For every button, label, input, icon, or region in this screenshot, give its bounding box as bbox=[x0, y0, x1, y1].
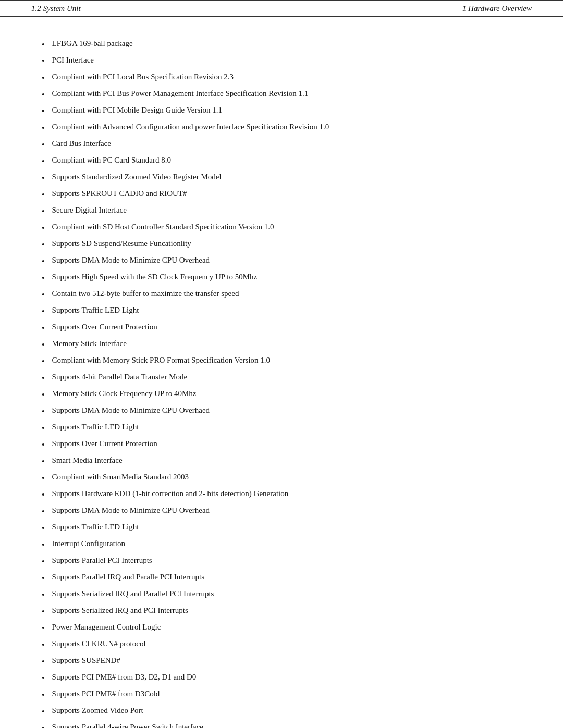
list-item: •Supports Parallel IRQ and Paralle PCI I… bbox=[42, 571, 521, 585]
bullet-icon: • bbox=[42, 372, 45, 385]
list-item: •Compliant with PCI Local Bus Specificat… bbox=[42, 71, 521, 84]
bullet-icon: • bbox=[42, 89, 45, 101]
list-item: •Memory Stick Clock Frequency UP to 40Mh… bbox=[42, 388, 521, 401]
bullet-icon: • bbox=[42, 606, 45, 618]
bullet-icon: • bbox=[42, 55, 45, 68]
bullet-icon: • bbox=[42, 105, 45, 118]
list-item-text: Compliant with SmartMedia Standard 2003 bbox=[52, 471, 521, 483]
list-item-text: Supports Traffic LED Light bbox=[52, 421, 521, 433]
list-item-text: Supports PCI PME# from D3Cold bbox=[52, 688, 521, 700]
list-item: •Card Bus Interface bbox=[42, 138, 521, 151]
list-item-text: Supports PCI PME# from D3, D2, D1 and D0 bbox=[52, 671, 521, 683]
list-item-text: Supports Traffic LED Light bbox=[52, 304, 521, 316]
list-item: •Supports CLKRUN# protocol bbox=[42, 638, 521, 651]
list-item-text: Supports SPKROUT CADIO and RIOUT# bbox=[52, 188, 521, 200]
list-item: •Supports SUSPEND# bbox=[42, 655, 521, 668]
list-item-text: LFBGA 169-ball package bbox=[52, 38, 521, 50]
bullet-icon: • bbox=[42, 689, 45, 701]
list-item-text: Compliant with PCI Local Bus Specificati… bbox=[52, 71, 521, 83]
list-item: •Supports Serialized IRQ and PCI Interru… bbox=[42, 604, 521, 618]
header-bar: 1.2 System Unit 1 Hardware Overview bbox=[0, 0, 563, 17]
bullet-icon: • bbox=[42, 572, 45, 585]
bullet-icon: • bbox=[42, 239, 45, 251]
list-item-text: Contain two 512-byte buffer to maximize … bbox=[52, 288, 521, 300]
bullet-icon: • bbox=[42, 589, 45, 601]
bullet-icon: • bbox=[42, 472, 45, 485]
list-item-text: Power Management Control Logic bbox=[52, 621, 521, 633]
list-item: •Contain two 512-byte buffer to maximize… bbox=[42, 288, 521, 301]
bullet-icon: • bbox=[42, 722, 45, 728]
list-item-text: Supports DMA Mode to Minimize CPU Overhe… bbox=[52, 254, 521, 266]
bullet-icon: • bbox=[42, 155, 45, 168]
list-item: •Compliant with Memory Stick PRO Format … bbox=[42, 354, 521, 368]
list-item-text: Supports Serialized IRQ and PCI Interrup… bbox=[52, 604, 521, 616]
list-item-text: Smart Media Interface bbox=[52, 454, 521, 466]
list-item-text: Supports Zoomed Video Port bbox=[52, 705, 521, 717]
list-item: •Supports Over Current Protection bbox=[42, 321, 521, 335]
bullet-icon: • bbox=[42, 189, 45, 201]
list-item: •Supports Zoomed Video Port bbox=[42, 705, 521, 718]
bullet-icon: • bbox=[42, 339, 45, 351]
list-item-text: Memory Stick Clock Frequency UP to 40Mhz bbox=[52, 388, 521, 400]
content-area: •LFBGA 169-ball package•PCI Interface•Co… bbox=[0, 32, 563, 728]
header-left: 1.2 System Unit bbox=[31, 4, 81, 13]
list-item: •Supports High Speed with the SD Clock F… bbox=[42, 271, 521, 285]
list-item: •Supports Standardized Zoomed Video Regi… bbox=[42, 171, 521, 184]
list-item-text: Supports DMA Mode to Minimize CPU Overhe… bbox=[52, 504, 521, 516]
bullet-icon: • bbox=[42, 355, 45, 368]
list-item-text: Supports Standardized Zoomed Video Regis… bbox=[52, 171, 521, 183]
list-item: •Compliant with SmartMedia Standard 2003 bbox=[42, 471, 521, 485]
bullet-icon: • bbox=[42, 405, 45, 418]
list-item: •Supports PCI PME# from D3Cold bbox=[42, 688, 521, 701]
bullet-icon: • bbox=[42, 139, 45, 151]
list-item: •Supports DMA Mode to Minimize CPU Overh… bbox=[42, 504, 521, 518]
bullet-icon: • bbox=[42, 639, 45, 651]
bullet-icon: • bbox=[42, 455, 45, 468]
list-item-text: Secure Digital Interface bbox=[52, 204, 521, 216]
list-item: •Supports Parallel PCI Interrupts bbox=[42, 554, 521, 568]
bullet-icon: • bbox=[42, 222, 45, 235]
list-item: •Compliant with PCI Bus Power Management… bbox=[42, 88, 521, 101]
list-item-text: Interrupt Configuration bbox=[52, 538, 521, 550]
bullet-icon: • bbox=[42, 322, 45, 335]
bullet-icon: • bbox=[42, 656, 45, 668]
bullet-icon: • bbox=[42, 255, 45, 268]
list-item: •Power Management Control Logic bbox=[42, 621, 521, 635]
list-item: •Supports DMA Mode to Minimize CPU Overh… bbox=[42, 404, 521, 418]
list-item: •Compliant with PC Card Standard 8.0 bbox=[42, 154, 521, 168]
list-item-text: Compliant with SD Host Controller Standa… bbox=[52, 221, 521, 233]
list-item-text: Supports Hardware EDD (1-bit correction … bbox=[52, 488, 521, 500]
list-item: •PCI Interface bbox=[42, 54, 521, 68]
list-item: •Supports SD Suspend/Resume Funcationlit… bbox=[42, 238, 521, 251]
header-right: 1 Hardware Overview bbox=[462, 4, 532, 13]
list-item: •Supports Traffic LED Light bbox=[42, 521, 521, 535]
list-item: •Supports Traffic LED Light bbox=[42, 304, 521, 318]
list-item-text: Compliant with PCI Mobile Design Guide V… bbox=[52, 104, 521, 116]
list-item-text: Supports Parallel IRQ and Paralle PCI In… bbox=[52, 571, 521, 583]
bullet-icon: • bbox=[42, 305, 45, 318]
list-item-text: Supports Traffic LED Light bbox=[52, 521, 521, 533]
bullet-icon: • bbox=[42, 622, 45, 635]
list-item-text: Supports 4-bit Parallel Data Transfer Mo… bbox=[52, 371, 521, 383]
bullet-icon: • bbox=[42, 389, 45, 401]
list-item: •Supports Serialized IRQ and Parallel PC… bbox=[42, 588, 521, 601]
list-item-text: Memory Stick Interface bbox=[52, 338, 521, 350]
list-item: •Compliant with SD Host Controller Stand… bbox=[42, 221, 521, 235]
list-item-text: Supports DMA Mode to Minimize CPU Overha… bbox=[52, 404, 521, 416]
list-item: •Supports Traffic LED Light bbox=[42, 421, 521, 435]
page-container: 1.2 System Unit 1 Hardware Overview •LFB… bbox=[0, 0, 563, 728]
bullet-icon: • bbox=[42, 706, 45, 718]
list-item: •Compliant with PCI Mobile Design Guide … bbox=[42, 104, 521, 118]
bullet-icon: • bbox=[42, 172, 45, 184]
list-item-text: Supports Over Current Protection bbox=[52, 321, 521, 333]
list-item: •Supports 4-bit Parallel Data Transfer M… bbox=[42, 371, 521, 385]
bullet-icon: • bbox=[42, 505, 45, 518]
list-item: •Supports Parallel 4-wire Power Switch I… bbox=[42, 721, 521, 728]
bullet-icon: • bbox=[42, 489, 45, 501]
list-item: •Smart Media Interface bbox=[42, 454, 521, 468]
list-item: •Compliant with Advanced Configuration a… bbox=[42, 121, 521, 134]
bullet-icon: • bbox=[42, 122, 45, 134]
list-item-text: Supports Serialized IRQ and Parallel PCI… bbox=[52, 588, 521, 600]
list-item-text: Supports High Speed with the SD Clock Fr… bbox=[52, 271, 521, 283]
list-item: •Supports Over Current Protection bbox=[42, 438, 521, 451]
